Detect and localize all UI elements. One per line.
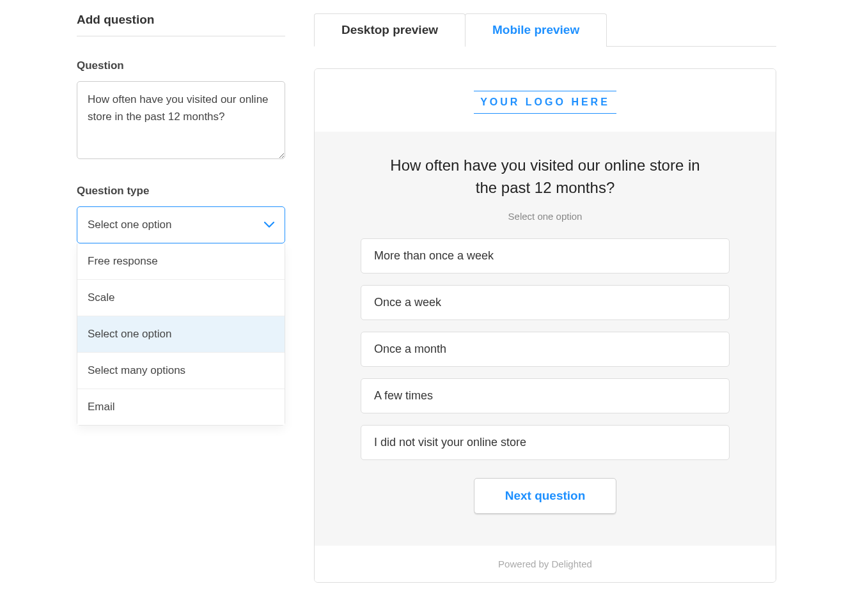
question-type-select[interactable]: Select one option — [77, 206, 285, 243]
dropdown-item-free-response[interactable]: Free response — [77, 243, 285, 279]
chevron-down-icon — [264, 222, 274, 228]
next-question-button[interactable]: Next question — [474, 478, 617, 514]
question-label: Question — [77, 59, 285, 72]
section-title: Add question — [77, 13, 285, 36]
option-a-few-times[interactable]: A few times — [361, 378, 730, 413]
option-once-a-month[interactable]: Once a month — [361, 332, 730, 367]
preview-footer: Powered by Delighted — [315, 546, 776, 582]
preview-card: YOUR LOGO HERE How often have you visite… — [314, 68, 776, 583]
tab-mobile-preview[interactable]: Mobile preview — [465, 13, 607, 47]
dropdown-item-scale[interactable]: Scale — [77, 279, 285, 316]
preview-tabs: Desktop preview Mobile preview — [314, 13, 776, 47]
question-type-value: Select one option — [88, 219, 171, 231]
dropdown-item-select-many[interactable]: Select many options — [77, 352, 285, 389]
preview-body: How often have you visited our online st… — [315, 132, 776, 546]
tab-desktop-preview[interactable]: Desktop preview — [314, 13, 466, 47]
preview-header: YOUR LOGO HERE — [315, 69, 776, 132]
logo-placeholder: YOUR LOGO HERE — [474, 91, 616, 114]
dropdown-item-email[interactable]: Email — [77, 389, 285, 425]
question-type-label: Question type — [77, 185, 285, 197]
dropdown-item-select-one[interactable]: Select one option — [77, 316, 285, 352]
preview-instruction: Select one option — [361, 211, 730, 222]
option-once-a-week[interactable]: Once a week — [361, 285, 730, 320]
question-type-dropdown: Free response Scale Select one option Se… — [77, 243, 285, 426]
option-more-than-once-week[interactable]: More than once a week — [361, 238, 730, 273]
preview-question-text: How often have you visited our online st… — [379, 155, 712, 199]
option-did-not-visit[interactable]: I did not visit your online store — [361, 425, 730, 460]
question-textarea[interactable] — [77, 81, 285, 159]
